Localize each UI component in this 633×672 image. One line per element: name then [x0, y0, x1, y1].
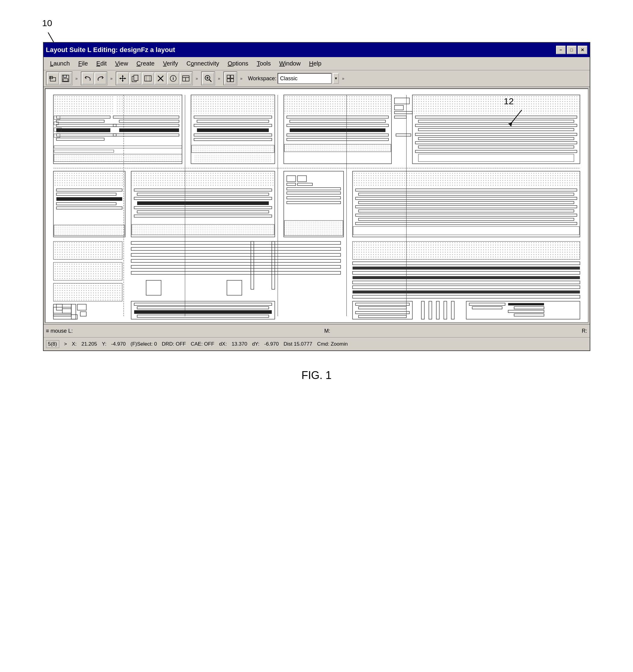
minimize-button[interactable]: −	[556, 46, 566, 54]
close-button[interactable]: ✕	[578, 46, 587, 54]
app-window: Layout Suite L Editing: designFz a layou…	[43, 42, 590, 351]
toolbar-group-1	[46, 72, 72, 86]
svg-marker-13	[122, 80, 124, 82]
svg-rect-85	[413, 96, 579, 114]
layer-display: 5(8)	[46, 340, 59, 348]
svg-rect-25	[183, 76, 189, 81]
toolbar-chevron-2[interactable]: »	[109, 72, 115, 85]
save-button[interactable]	[60, 72, 72, 85]
svg-rect-124	[284, 221, 343, 236]
move-button[interactable]	[117, 72, 129, 85]
dist-value: Dist 15.0777	[284, 341, 312, 347]
status-bar: ≡ mouse L: M: R:	[44, 324, 590, 337]
layout-button[interactable]	[224, 72, 236, 85]
cae-status: CAE: OFF	[191, 341, 214, 347]
svg-rect-61	[191, 96, 274, 114]
dx-label: dX:	[219, 341, 227, 347]
svg-rect-55	[119, 128, 179, 132]
svg-rect-34	[227, 79, 230, 82]
menu-options[interactable]: Options	[224, 59, 253, 68]
svg-marker-12	[122, 75, 124, 77]
cmd-value: Cmd: Zoomin	[317, 341, 348, 347]
svg-marker-14	[119, 77, 121, 79]
window-title: Layout Suite L Editing: designFz a layou…	[46, 46, 175, 54]
menu-help[interactable]: Help	[305, 59, 326, 68]
svg-rect-141	[53, 241, 122, 259]
toolbar: » »	[44, 70, 590, 87]
menu-connectivity[interactable]: Connectivity	[182, 59, 224, 68]
menu-verify[interactable]: Verify	[159, 59, 182, 68]
svg-marker-3	[508, 123, 512, 126]
toolbar-chevron-1[interactable]: »	[74, 72, 80, 85]
svg-rect-18	[145, 76, 151, 81]
arrow-12-svg	[504, 107, 528, 131]
svg-rect-40	[54, 96, 114, 114]
svg-text:i: i	[172, 76, 174, 81]
svg-rect-71	[284, 96, 391, 114]
x-label: X:	[72, 341, 77, 347]
svg-rect-59	[54, 154, 182, 162]
svg-rect-143	[53, 283, 122, 302]
svg-rect-33	[231, 75, 234, 78]
menu-edit[interactable]: Edit	[92, 59, 111, 68]
toolbar-group-5	[224, 72, 237, 86]
svg-rect-114	[132, 224, 274, 235]
stretch-button[interactable]	[142, 72, 154, 85]
svg-rect-142	[53, 262, 122, 281]
f-select: (F)Select: 0	[131, 341, 157, 347]
info-button[interactable]: i	[167, 72, 179, 85]
r-label: R:	[582, 328, 587, 334]
menu-file[interactable]: File	[74, 59, 92, 68]
open-button[interactable]	[47, 72, 59, 85]
svg-rect-68	[191, 145, 274, 153]
svg-rect-162	[352, 291, 580, 294]
prompt-symbol: >	[64, 341, 67, 347]
mouse-label: ≡ mouse L:	[46, 328, 73, 334]
toolbar-group-3: i	[116, 72, 193, 86]
svg-rect-9	[63, 79, 68, 81]
svg-line-29	[209, 80, 211, 82]
svg-rect-110	[137, 201, 269, 205]
params-button[interactable]	[180, 72, 192, 85]
svg-rect-157	[352, 267, 580, 270]
svg-rect-104	[54, 225, 124, 236]
svg-rect-17	[134, 75, 138, 80]
toolbar-chevron-3[interactable]: »	[194, 72, 200, 85]
info-bar: 5(8) > X: 21.205 Y: -4.970 (F)Select: 0 …	[44, 337, 590, 351]
dx-value: 13.370	[232, 341, 247, 347]
delete-button[interactable]	[155, 72, 167, 85]
menu-create[interactable]: Create	[132, 59, 159, 68]
toolbar-group-2	[81, 72, 107, 86]
svg-rect-101	[56, 197, 122, 201]
svg-rect-155	[352, 241, 580, 259]
drd-status: DRD: OFF	[162, 341, 186, 347]
zoom-button[interactable]	[202, 72, 214, 85]
svg-rect-159	[352, 276, 580, 279]
menu-view[interactable]: View	[111, 59, 132, 68]
menu-window[interactable]: Window	[275, 59, 305, 68]
workspace-input[interactable]	[278, 73, 332, 84]
svg-rect-75	[289, 128, 385, 132]
svg-rect-65	[197, 128, 269, 132]
toolbar-chevron-4[interactable]: »	[216, 72, 222, 85]
title-bar: Layout Suite L Editing: designFz a layou…	[44, 43, 590, 57]
svg-rect-184	[508, 303, 544, 305]
menu-launch[interactable]: Launch	[46, 59, 74, 68]
redo-button[interactable]	[94, 72, 107, 85]
svg-rect-35	[231, 79, 234, 82]
svg-rect-126	[353, 172, 579, 187]
workspace-dropdown[interactable]: ▼	[333, 73, 339, 84]
maximize-button[interactable]: □	[567, 46, 577, 54]
ref-number-12: 12	[504, 96, 528, 131]
toolbar-chevron-6[interactable]: »	[340, 72, 346, 85]
dy-value: -6.970	[264, 341, 279, 347]
undo-button[interactable]	[82, 72, 94, 85]
m-label: M:	[324, 328, 330, 334]
svg-rect-8	[64, 75, 67, 77]
copy-button[interactable]	[129, 72, 141, 85]
svg-rect-106	[132, 172, 274, 187]
svg-rect-69	[194, 154, 272, 163]
svg-rect-174	[134, 310, 272, 314]
menu-tools[interactable]: Tools	[253, 59, 275, 68]
toolbar-chevron-5[interactable]: »	[238, 72, 244, 85]
